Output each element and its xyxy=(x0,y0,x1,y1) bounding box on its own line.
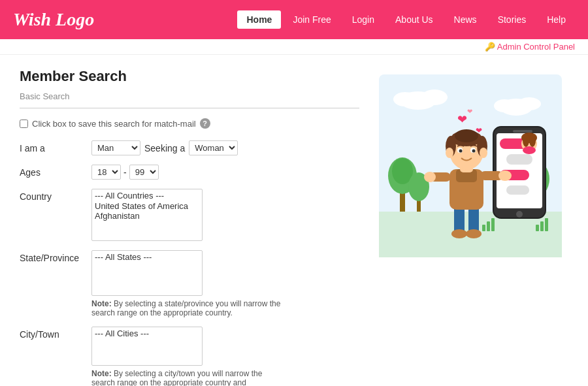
city-label: City/Town xyxy=(20,327,91,340)
svg-rect-23 xyxy=(506,154,532,165)
nav-home[interactable]: Home xyxy=(237,10,281,29)
page-title: Member Search xyxy=(20,68,359,85)
country-select[interactable]: --- All Countries --- United States of A… xyxy=(91,189,203,241)
city-select[interactable]: --- All Cities --- xyxy=(91,327,203,366)
i-am-a-controls: Man Woman Couple Seeking a Woman Man Cou… xyxy=(91,140,238,155)
divider xyxy=(20,108,359,108)
svg-text:❤: ❤ xyxy=(467,108,472,115)
svg-rect-25 xyxy=(506,185,529,195)
illustration: ❤ ❤ ❤ xyxy=(372,68,568,386)
i-am-a-row: I am a Man Woman Couple Seeking a Woman … xyxy=(20,140,359,155)
state-note: Note: By selecting a state/province you … xyxy=(91,299,287,317)
country-section: --- All Countries --- United States of A… xyxy=(91,189,203,241)
match-mail-row: Click box to save this search for match-… xyxy=(20,118,359,129)
nav-about-us[interactable]: About Us xyxy=(386,10,442,29)
svg-point-43 xyxy=(424,172,436,182)
basic-search-label: Basic Search xyxy=(20,91,359,101)
svg-point-21 xyxy=(516,211,523,217)
svg-rect-61 xyxy=(545,218,548,231)
country-label: Country xyxy=(20,189,91,202)
nav-news[interactable]: News xyxy=(445,10,486,29)
svg-point-2 xyxy=(421,89,448,105)
ages-controls: 18192025 30354045 50556065 70758085 9095… xyxy=(91,165,159,180)
svg-point-53 xyxy=(472,150,476,153)
nav: Home Join Free Login About Us News Stori… xyxy=(237,10,575,29)
svg-point-55 xyxy=(480,148,487,158)
city-row: City/Town --- All Cities --- Note: By se… xyxy=(20,327,359,386)
form-section: Member Search Basic Search Click box to … xyxy=(20,68,359,386)
state-row: State/Province --- All States --- Note: … xyxy=(20,250,359,317)
match-mail-checkbox[interactable] xyxy=(20,120,28,128)
logo: Wish Logo xyxy=(13,9,237,30)
state-section: --- All States --- Note: By selecting a … xyxy=(91,250,287,317)
illustration-svg: ❤ ❤ ❤ xyxy=(379,74,562,257)
svg-point-29 xyxy=(523,134,529,147)
svg-text:❤: ❤ xyxy=(457,113,467,126)
svg-point-36 xyxy=(451,229,467,238)
svg-rect-56 xyxy=(482,225,485,231)
i-am-a-label: I am a xyxy=(20,140,91,153)
svg-point-54 xyxy=(446,148,453,158)
svg-rect-58 xyxy=(491,218,495,231)
svg-point-5 xyxy=(517,97,541,110)
svg-rect-57 xyxy=(487,221,490,231)
nav-login[interactable]: Login xyxy=(343,10,384,29)
gender-select[interactable]: Man Woman Couple xyxy=(91,140,140,155)
age-separator: - xyxy=(123,167,127,178)
country-row: Country --- All Countries --- United Sta… xyxy=(20,189,359,241)
admin-label: Admin Control Panel xyxy=(497,42,575,52)
svg-point-41 xyxy=(498,170,512,181)
seeking-gender-select[interactable]: Woman Man Couple xyxy=(189,140,238,155)
svg-rect-20 xyxy=(513,130,532,133)
svg-point-49 xyxy=(455,129,478,142)
svg-rect-60 xyxy=(540,221,544,231)
header: Wish Logo Home Join Free Login About Us … xyxy=(0,0,588,39)
nav-help[interactable]: Help xyxy=(538,10,575,29)
svg-point-30 xyxy=(529,134,536,147)
svg-rect-59 xyxy=(536,225,539,231)
svg-point-6 xyxy=(494,99,515,112)
age-min-select[interactable]: 18192025 30354045 50556065 70758085 9095… xyxy=(91,165,121,180)
seeking-label: Seeking a xyxy=(144,143,185,153)
ages-row: Ages 18192025 30354045 50556065 70758085… xyxy=(20,165,359,180)
admin-control-panel-link[interactable]: 🔑 Admin Control Panel xyxy=(485,42,575,52)
city-note: Note: By selecting a city/town you will … xyxy=(91,369,287,386)
nav-join-free[interactable]: Join Free xyxy=(284,10,340,29)
key-icon: 🔑 xyxy=(485,42,495,52)
city-section: --- All Cities --- Note: By selecting a … xyxy=(91,327,287,386)
admin-bar: 🔑 Admin Control Panel xyxy=(0,39,588,55)
svg-point-3 xyxy=(393,92,417,106)
state-label: State/Province xyxy=(20,250,91,263)
svg-point-37 xyxy=(466,229,482,238)
nav-stories[interactable]: Stories xyxy=(489,10,536,29)
ages-label: Ages xyxy=(20,165,91,178)
svg-point-52 xyxy=(459,150,463,153)
svg-point-27 xyxy=(523,146,536,154)
age-max-select[interactable]: 18192025 30354045 50556065 70758085 9095… xyxy=(129,165,159,180)
state-select[interactable]: --- All States --- xyxy=(91,250,203,296)
main-content: Member Search Basic Search Click box to … xyxy=(0,55,588,386)
match-mail-label: Click box to save this search for match-… xyxy=(32,119,196,129)
help-icon[interactable]: ? xyxy=(200,118,210,129)
